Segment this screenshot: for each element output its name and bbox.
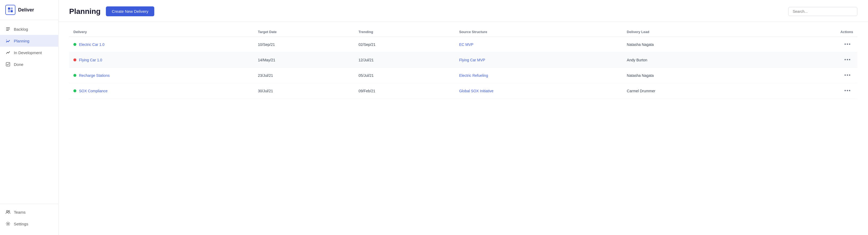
delivery-lead-cell-2: Natasha Nagata — [622, 68, 790, 83]
sidebar-item-backlog[interactable]: Backlog — [0, 23, 58, 35]
svg-rect-3 — [11, 10, 13, 12]
sidebar-item-label-in-development: In Development — [14, 50, 42, 55]
actions-button-2[interactable]: ••• — [842, 72, 853, 79]
source-structure-cell-2: Electric Refueling — [455, 68, 622, 83]
table-body: Electric Car 1.0 10/Sep/21 02/Sep/21 EC … — [69, 37, 857, 99]
source-link-3[interactable]: Global SOX Initiative — [459, 89, 493, 93]
sidebar-item-label-backlog: Backlog — [14, 27, 28, 31]
sidebar-item-teams[interactable]: Teams — [0, 206, 58, 218]
status-dot-1 — [73, 58, 76, 61]
app-logo: Deliver — [0, 0, 58, 20]
sidebar-item-label-planning: Planning — [14, 39, 29, 43]
teams-icon — [5, 209, 11, 215]
sidebar-item-done[interactable]: Done — [0, 58, 58, 70]
source-link-0[interactable]: EC MVP — [459, 43, 473, 47]
delivery-cell-3: SOX Compliance — [69, 83, 253, 99]
col-header-trending: Trending — [354, 27, 455, 37]
svg-point-11 — [7, 223, 9, 225]
svg-point-10 — [8, 211, 10, 212]
status-dot-3 — [73, 89, 76, 92]
backlog-icon — [5, 26, 11, 32]
target-date-cell-0: 10/Sep/21 — [253, 37, 354, 52]
table-row: Recharge Stations 23/Jul/21 05/Jul/21 El… — [69, 68, 857, 83]
actions-button-0[interactable]: ••• — [842, 41, 853, 48]
source-link-1[interactable]: Flying Car MVP — [459, 58, 485, 62]
table-header: Delivery Target Date Trending Source Str… — [69, 27, 857, 37]
nav-bottom: Teams Settings — [0, 204, 58, 232]
actions-cell-0: ••• — [790, 37, 857, 52]
header-left: Planning Create New Delivery — [69, 6, 154, 16]
actions-cell-1: ••• — [790, 52, 857, 68]
status-dot-0 — [73, 43, 76, 46]
create-new-delivery-button[interactable]: Create New Delivery — [106, 6, 154, 16]
table-row: SOX Compliance 30/Jul/21 09/Feb/21 Globa… — [69, 83, 857, 99]
status-dot-2 — [73, 74, 76, 77]
col-header-delivery-lead: Delivery Lead — [622, 27, 790, 37]
svg-rect-6 — [6, 30, 9, 31]
deliveries-table-container: Delivery Target Date Trending Source Str… — [59, 22, 868, 104]
target-date-cell-1: 14/May/21 — [253, 52, 354, 68]
settings-icon — [5, 221, 11, 227]
delivery-link-3[interactable]: SOX Compliance — [79, 89, 107, 93]
svg-rect-0 — [8, 7, 10, 9]
table-row: Electric Car 1.0 10/Sep/21 02/Sep/21 EC … — [69, 37, 857, 52]
svg-rect-7 — [6, 39, 7, 43]
main-nav: Backlog Planning In Development — [0, 20, 58, 235]
trending-cell-0: 02/Sep/21 — [354, 37, 455, 52]
delivery-link-1[interactable]: Flying Car 1.0 — [79, 58, 102, 62]
target-date-cell-3: 30/Jul/21 — [253, 83, 354, 99]
done-icon — [5, 61, 11, 67]
actions-cell-2: ••• — [790, 68, 857, 83]
col-header-source-structure: Source Structure — [455, 27, 622, 37]
table-row: Flying Car 1.0 14/May/21 12/Jul/21 Flyin… — [69, 52, 857, 68]
deliveries-table: Delivery Target Date Trending Source Str… — [69, 27, 857, 99]
svg-rect-2 — [8, 10, 10, 12]
sidebar-item-label-teams: Teams — [14, 210, 26, 214]
delivery-link-2[interactable]: Recharge Stations — [79, 73, 110, 78]
in-development-icon — [5, 50, 11, 55]
actions-button-3[interactable]: ••• — [842, 87, 853, 95]
col-header-target-date: Target Date — [253, 27, 354, 37]
sidebar: Deliver Backlog Planning — [0, 0, 59, 235]
main-content: Planning Create New Delivery Delivery Ta… — [59, 0, 868, 235]
svg-point-9 — [6, 210, 8, 212]
delivery-link-0[interactable]: Electric Car 1.0 — [79, 43, 104, 47]
page-title: Planning — [69, 7, 100, 16]
svg-rect-4 — [6, 27, 10, 28]
trending-cell-1: 12/Jul/21 — [354, 52, 455, 68]
svg-rect-5 — [6, 29, 10, 29]
col-header-actions: Actions — [790, 27, 857, 37]
delivery-lead-cell-1: Andy Burton — [622, 52, 790, 68]
target-date-cell-2: 23/Jul/21 — [253, 68, 354, 83]
sidebar-item-settings[interactable]: Settings — [0, 218, 58, 230]
search-input[interactable] — [788, 7, 857, 16]
trending-cell-2: 05/Jul/21 — [354, 68, 455, 83]
source-link-2[interactable]: Electric Refueling — [459, 73, 488, 78]
app-name: Deliver — [18, 7, 34, 13]
logo-icon — [5, 5, 16, 15]
delivery-cell-2: Recharge Stations — [69, 68, 253, 83]
source-structure-cell-0: EC MVP — [455, 37, 622, 52]
main-header: Planning Create New Delivery — [59, 0, 868, 22]
source-structure-cell-1: Flying Car MVP — [455, 52, 622, 68]
delivery-cell-0: Electric Car 1.0 — [69, 37, 253, 52]
delivery-lead-cell-0: Natasha Nagata — [622, 37, 790, 52]
trending-cell-3: 09/Feb/21 — [354, 83, 455, 99]
planning-icon — [5, 38, 11, 44]
sidebar-item-label-settings: Settings — [14, 221, 28, 226]
svg-rect-1 — [11, 7, 13, 9]
actions-cell-3: ••• — [790, 83, 857, 99]
svg-rect-8 — [6, 62, 10, 66]
sidebar-item-planning[interactable]: Planning — [0, 35, 58, 47]
source-structure-cell-3: Global SOX Initiative — [455, 83, 622, 99]
sidebar-item-label-done: Done — [14, 62, 23, 67]
delivery-cell-1: Flying Car 1.0 — [69, 52, 253, 68]
actions-button-1[interactable]: ••• — [842, 56, 853, 64]
sidebar-item-in-development[interactable]: In Development — [0, 47, 58, 58]
col-header-delivery: Delivery — [69, 27, 253, 37]
delivery-lead-cell-3: Carmel Drummer — [622, 83, 790, 99]
